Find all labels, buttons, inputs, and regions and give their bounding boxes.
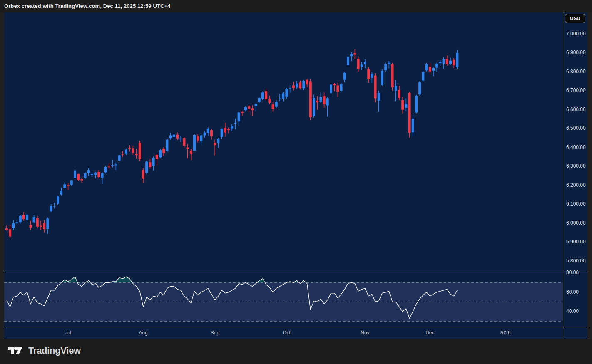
candle-body <box>422 72 424 81</box>
candle-body <box>367 69 370 79</box>
candle-body <box>94 173 97 175</box>
candle-body <box>227 129 230 130</box>
candle-body <box>453 60 455 66</box>
candle-body <box>132 148 134 153</box>
candle-body <box>84 173 87 178</box>
candle-body <box>435 64 438 68</box>
tradingview-logo-icon <box>8 345 24 356</box>
candle-body <box>292 85 295 88</box>
candle-body <box>391 64 394 87</box>
candle-body <box>19 216 22 222</box>
time-axis-label: Sep <box>211 330 219 336</box>
candle-body <box>9 229 11 236</box>
candle-body <box>279 99 281 99</box>
candle-body <box>319 97 322 102</box>
candle-body <box>200 136 202 141</box>
indicator-axis[interactable]: 80.0060.0040.00 <box>563 270 587 327</box>
candle-body <box>217 139 219 144</box>
candle-body <box>231 126 233 129</box>
price-axis[interactable]: USD 7,000.006,900.006,800.006,700.006,60… <box>563 12 587 270</box>
candle-body <box>149 162 151 167</box>
time-axis-label: 2026 <box>500 330 511 336</box>
candle-body <box>104 167 107 173</box>
candle-body <box>173 135 175 137</box>
candle-body <box>63 184 66 188</box>
candle-body <box>145 161 148 173</box>
candle-body <box>183 138 185 146</box>
candle-body <box>97 172 100 177</box>
candle-body <box>306 80 308 84</box>
candle-body <box>221 129 223 137</box>
candle-body <box>125 150 127 154</box>
candle-body <box>187 148 189 149</box>
rsi-chart <box>4 270 563 327</box>
candle-body <box>343 73 346 80</box>
candle-body <box>22 215 25 219</box>
candle-body <box>285 89 288 97</box>
rsi-pane[interactable] <box>4 270 563 327</box>
price-axis-label: 7,000.00 <box>566 31 586 37</box>
price-axis-label: 5,800.00 <box>566 258 586 264</box>
candle-body <box>432 68 435 71</box>
candle-body <box>405 104 407 108</box>
candle-body <box>67 185 70 186</box>
candle-body <box>43 223 45 229</box>
candle-body <box>5 228 8 230</box>
candle-body <box>46 218 49 229</box>
candle-body <box>224 128 226 132</box>
candle-body <box>128 148 131 149</box>
price-axis-label: 6,300.00 <box>566 163 586 169</box>
candle-body <box>16 222 18 223</box>
candle-body <box>238 112 240 121</box>
candle-body <box>275 102 278 107</box>
candle-body <box>111 165 114 166</box>
candle-body <box>60 191 62 195</box>
chart-container: USD 7,000.006,900.006,800.006,700.006,60… <box>4 12 587 339</box>
candle-body <box>384 64 387 70</box>
candle-body <box>80 179 83 181</box>
candle-body <box>401 100 404 110</box>
currency-button[interactable]: USD <box>565 14 585 23</box>
candle-body <box>197 136 199 141</box>
candle-body <box>265 91 267 99</box>
candle-body <box>114 165 117 166</box>
candle-body <box>33 217 35 223</box>
candle-body <box>330 85 332 93</box>
candle-body <box>234 123 236 124</box>
price-pane[interactable] <box>4 12 563 270</box>
candle-body <box>166 140 168 151</box>
candle-body <box>244 107 247 110</box>
candle-body <box>449 61 452 64</box>
candle-body <box>289 88 291 89</box>
candle-body <box>353 53 356 55</box>
candle-body <box>40 226 42 227</box>
candle-body <box>425 64 428 70</box>
candle-body <box>302 81 305 88</box>
time-axis-label: Nov <box>361 330 369 336</box>
candle-body <box>162 149 165 153</box>
candle-body <box>74 171 76 178</box>
candle-body <box>142 170 144 178</box>
candle-body <box>190 151 192 154</box>
tradingview-logo-text: TradingView <box>28 345 81 356</box>
footer-bar: TradingView <box>0 339 592 364</box>
candle-body <box>333 84 336 85</box>
tradingview-logo[interactable]: TradingView <box>8 345 81 356</box>
candle-body <box>108 167 110 168</box>
candle-body <box>91 174 93 175</box>
time-axis-corner <box>563 327 587 339</box>
candle-body <box>207 129 209 133</box>
candle-body <box>374 76 377 99</box>
candle-body <box>323 96 326 104</box>
candle-body <box>378 93 380 101</box>
candle-body <box>179 139 182 139</box>
indicator-axis-label: 80.00 <box>566 270 579 275</box>
candle-body <box>210 130 213 137</box>
time-axis[interactable]: JulAugSepOctNovDec2026 <box>4 327 563 339</box>
candle-body <box>282 94 284 99</box>
price-axis-label: 6,100.00 <box>566 201 586 207</box>
time-axis-label: Jul <box>65 330 71 336</box>
candle-body <box>456 53 458 67</box>
candle-body <box>326 98 329 105</box>
candle-body <box>204 133 206 136</box>
